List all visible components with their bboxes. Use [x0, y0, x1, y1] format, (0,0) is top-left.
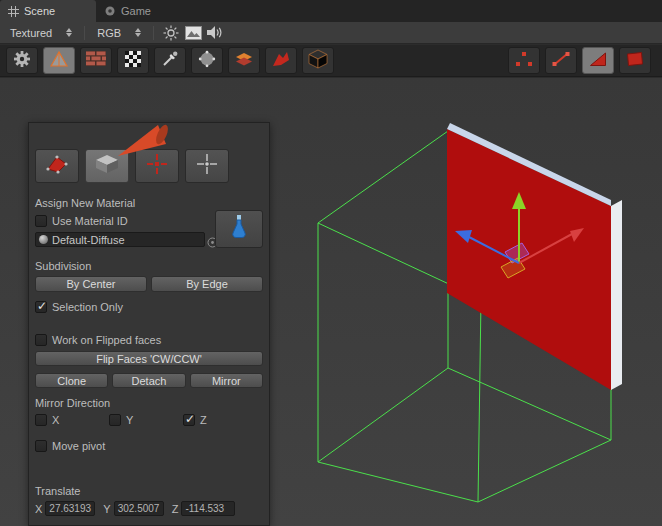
translate-fields-row: X 27.63193 Y 302.5007 Z -114.533	[35, 501, 263, 516]
checkbox-box-checked[interactable]	[183, 414, 195, 426]
checkbox-box[interactable]	[35, 334, 47, 346]
move-gray-mode-button[interactable]	[185, 149, 229, 183]
mirror-axes-row: X Y Z	[35, 413, 263, 427]
translate-y-field[interactable]: 302.5007	[114, 501, 164, 516]
unity-scene-view: Scene Game Textured RGB	[0, 0, 662, 526]
mirror-z-label: Z	[200, 414, 207, 426]
checkbox-box[interactable]	[35, 440, 47, 452]
flip-faces-button[interactable]: Flip Faces 'CW/CCW'	[35, 351, 263, 366]
material-preview-button[interactable]	[215, 210, 263, 248]
by-center-button[interactable]: By Center	[35, 276, 147, 292]
clone-detach-mirror-row: Clone Detach Mirror	[35, 373, 263, 388]
mirror-y-label: Y	[126, 414, 133, 426]
face-select-mode-button[interactable]	[35, 149, 79, 183]
mirror-z-checkbox[interactable]: Z	[183, 413, 257, 427]
flask-icon	[229, 214, 249, 244]
material-sphere-icon	[39, 235, 48, 244]
translate-z-label: Z	[172, 503, 179, 515]
mirror-x-checkbox[interactable]: X	[35, 413, 109, 427]
use-material-id-label: Use Material ID	[52, 215, 128, 227]
translate-x-label: X	[35, 503, 42, 515]
checkbox-box[interactable]	[35, 414, 47, 426]
selection-only-label: Selection Only	[52, 301, 123, 313]
translate-y-label: Y	[103, 503, 110, 515]
red-face-icon	[45, 153, 69, 179]
move-pivot-label: Move pivot	[52, 440, 105, 452]
face-right-edge-highlight	[611, 200, 622, 390]
translate-z-field[interactable]: -114.533	[181, 501, 235, 516]
translate-x-field[interactable]: 27.63193	[45, 501, 95, 516]
mirror-x-label: X	[52, 414, 59, 426]
detach-button[interactable]: Detach	[112, 373, 185, 388]
material-name: Default-Diffuse	[52, 234, 125, 246]
mirror-y-checkbox[interactable]: Y	[109, 413, 183, 427]
work-on-flipped-label: Work on Flipped faces	[52, 334, 161, 346]
checkbox-box-checked[interactable]	[35, 301, 47, 313]
move-pivot-checkbox[interactable]: Move pivot	[35, 439, 263, 453]
selected-face	[447, 129, 611, 390]
gray-crosshair-icon	[195, 152, 219, 180]
panel-gap	[35, 469, 263, 485]
mirror-button[interactable]: Mirror	[190, 373, 263, 388]
subdivision-label: Subdivision	[35, 260, 263, 273]
assign-new-material-label: Assign New Material	[35, 197, 263, 210]
by-edge-button[interactable]: By Edge	[151, 276, 263, 292]
subdivision-buttons: By Center By Edge	[35, 276, 263, 292]
work-on-flipped-checkbox[interactable]: Work on Flipped faces	[35, 333, 263, 347]
mirror-direction-label: Mirror Direction	[35, 397, 263, 410]
material-object-field[interactable]: Default-Diffuse	[35, 232, 205, 247]
checkbox-box[interactable]	[35, 215, 47, 227]
checkbox-box[interactable]	[109, 414, 121, 426]
selection-only-checkbox[interactable]: Selection Only	[35, 300, 263, 314]
face-normal-cone-gizmo	[112, 118, 176, 164]
mesh-tools-panel: Assign New Material Use Material ID Defa…	[28, 122, 270, 526]
material-section: Use Material ID Default-Diffuse	[35, 214, 263, 252]
translate-label: Translate	[35, 485, 263, 498]
clone-button[interactable]: Clone	[35, 373, 108, 388]
